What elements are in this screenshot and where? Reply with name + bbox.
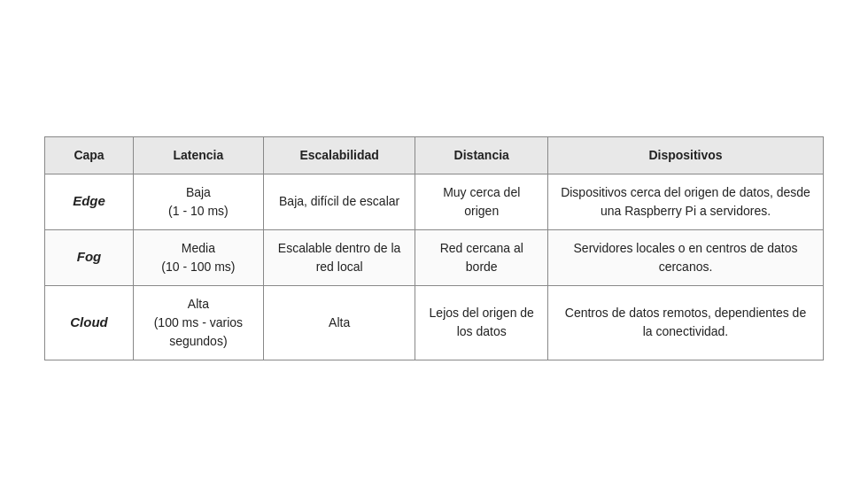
header-dispositivos: Dispositivos bbox=[548, 136, 824, 174]
cell-dispositivos: Centros de datos remotos, dependientes d… bbox=[548, 285, 824, 360]
header-capa: Capa bbox=[45, 136, 134, 174]
header-escalabilidad: Escalabilidad bbox=[263, 136, 415, 174]
cell-escalabilidad: Baja, difícil de escalar bbox=[263, 174, 415, 229]
table-header-row: Capa Latencia Escalabilidad Distancia Di… bbox=[45, 136, 824, 174]
cell-distancia: Lejos del origen de los datos bbox=[415, 285, 548, 360]
cell-dispositivos: Dispositivos cerca del origen de datos, … bbox=[548, 174, 824, 229]
header-latencia: Latencia bbox=[134, 136, 264, 174]
cell-dispositivos: Servidores locales o en centros de datos… bbox=[548, 229, 824, 285]
cell-distancia: Muy cerca del origen bbox=[415, 174, 548, 229]
comparison-table: Capa Latencia Escalabilidad Distancia Di… bbox=[44, 136, 824, 360]
table-row: CloudAlta(100 ms - varios segundos)AltaL… bbox=[45, 285, 824, 360]
header-distancia: Distancia bbox=[415, 136, 548, 174]
cell-capa: Cloud bbox=[45, 285, 134, 360]
table-row: FogMedia(10 - 100 ms)Escalable dentro de… bbox=[45, 229, 824, 285]
cell-escalabilidad: Escalable dentro de la red local bbox=[263, 229, 415, 285]
cell-distancia: Red cercana al borde bbox=[415, 229, 548, 285]
comparison-table-wrapper: Capa Latencia Escalabilidad Distancia Di… bbox=[44, 136, 824, 360]
cell-capa: Edge bbox=[45, 174, 134, 229]
cell-capa: Fog bbox=[45, 229, 134, 285]
cell-latencia: Media(10 - 100 ms) bbox=[134, 229, 264, 285]
table-row: EdgeBaja(1 - 10 ms)Baja, difícil de esca… bbox=[45, 174, 824, 229]
cell-latencia: Alta(100 ms - varios segundos) bbox=[134, 285, 264, 360]
cell-escalabilidad: Alta bbox=[263, 285, 415, 360]
cell-latencia: Baja(1 - 10 ms) bbox=[134, 174, 264, 229]
